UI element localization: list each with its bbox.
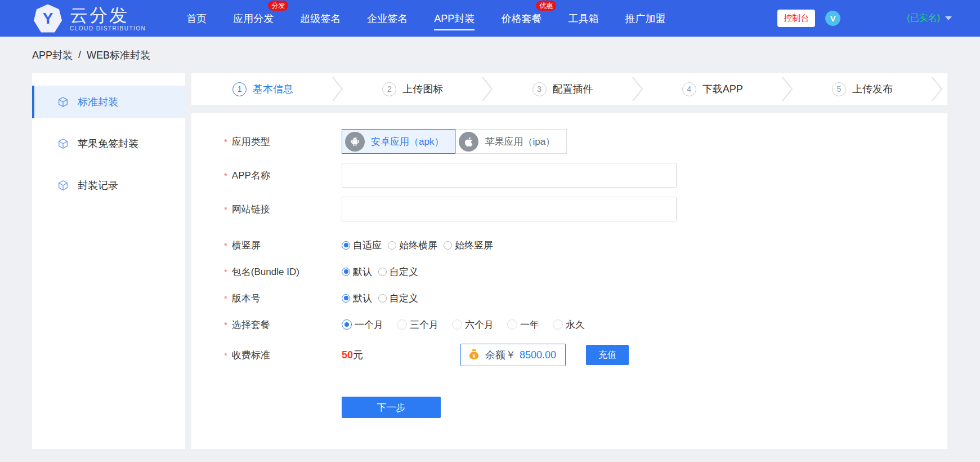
- required-asterisk: *: [224, 320, 227, 330]
- step-label: 上传图标: [402, 82, 443, 96]
- app-type-android-button[interactable]: 安卓应用（apk）: [342, 129, 455, 154]
- field-label: * 版本号: [224, 292, 342, 305]
- sidebar-item-standard-packaging[interactable]: 标准封装: [32, 86, 185, 118]
- avatar-letter: V: [830, 14, 836, 23]
- radio-selected-icon: [342, 241, 350, 250]
- step-configure-plugins[interactable]: 3 配置插件: [494, 82, 630, 96]
- recharge-button[interactable]: 充值: [586, 345, 629, 365]
- bundle-id-radio-custom[interactable]: 自定义: [378, 265, 418, 278]
- required-asterisk: *: [224, 137, 227, 146]
- brand-logo-icon: Y: [34, 5, 62, 33]
- form-row-app-name: * APP名称: [191, 163, 947, 188]
- breadcrumb: APP封装 / WEB标准封装: [0, 37, 980, 73]
- distribution-badge: 分发: [268, 1, 288, 11]
- nav-item-super-signature[interactable]: 超级签名: [300, 8, 341, 29]
- step-basic-info[interactable]: 1 基本信息: [195, 82, 331, 96]
- bundle-id-radio-default[interactable]: 默认: [342, 265, 372, 278]
- radio-icon: [507, 319, 517, 330]
- cube-icon: [57, 96, 69, 108]
- cube-icon: [57, 137, 69, 150]
- form-row-app-type: * 应用类型 安卓应用（apk） 苹果应用（ipa）: [191, 128, 947, 155]
- step-upload-publish[interactable]: 5 上传发布: [794, 82, 930, 96]
- price-value: 50元: [342, 348, 460, 362]
- plan-radio-one-year[interactable]: 一年: [507, 318, 539, 331]
- step-label: 下载APP: [702, 82, 743, 96]
- main-content: 1 基本信息 2 上传图标 3 配置插件 4 下载APP 5 上传发布 *: [191, 73, 947, 449]
- radio-icon: [444, 241, 452, 250]
- field-label: * 选择套餐: [224, 318, 342, 331]
- step-number: 1: [232, 82, 247, 96]
- radio-selected-icon: [342, 319, 352, 330]
- app-type-ios-label: 苹果应用（ipa）: [485, 135, 555, 148]
- sidebar-item-label: 标准封装: [78, 95, 118, 109]
- main-nav: 首页 应用分发分发 超级签名 企业签名 APP封装 价格套餐优惠 工具箱 推广加…: [186, 8, 665, 29]
- nav-item-app-distribution[interactable]: 应用分发分发: [233, 8, 274, 29]
- form-row-bundle-id: * 包名(Bundle ID) 默认 自定义: [191, 264, 947, 279]
- app-type-ios-button[interactable]: 苹果应用（ipa）: [455, 129, 567, 154]
- nav-item-pricing[interactable]: 价格套餐优惠: [501, 8, 542, 29]
- avatar[interactable]: V: [825, 11, 840, 26]
- steps-wizard: 1 基本信息 2 上传图标 3 配置插件 4 下载APP 5 上传发布: [191, 73, 947, 105]
- android-icon: [345, 132, 365, 152]
- form-row-plan: * 选择套餐 一个月 三个月 六个月 一年: [191, 317, 947, 332]
- nav-item-app-packaging[interactable]: APP封装: [434, 8, 475, 29]
- site-url-input[interactable]: [342, 197, 677, 221]
- account-status-dropdown[interactable]: (已实名): [907, 12, 952, 24]
- step-label: 上传发布: [852, 82, 893, 96]
- nav-item-toolbox[interactable]: 工具箱: [568, 8, 598, 29]
- sidebar-item-label: 苹果免签封装: [78, 137, 138, 150]
- version-radio-custom[interactable]: 自定义: [378, 292, 418, 305]
- breadcrumb-section[interactable]: APP封装: [32, 48, 73, 62]
- app-name-input[interactable]: [342, 163, 677, 188]
- balance-label: 余额￥: [485, 348, 516, 362]
- nav-item-enterprise-signature[interactable]: 企业签名: [367, 8, 408, 29]
- breadcrumb-separator: /: [78, 49, 81, 61]
- field-label: * 包名(Bundle ID): [224, 265, 342, 278]
- plan-radio-forever[interactable]: 永久: [553, 318, 585, 331]
- brand-name: 云分发: [70, 6, 146, 25]
- sidebar-item-apple-nosign-packaging[interactable]: 苹果免签封装: [32, 127, 185, 160]
- orientation-radio-always-portrait[interactable]: 始终竖屏: [444, 239, 493, 252]
- logo-letter: Y: [43, 10, 53, 28]
- brand-logo[interactable]: Y 云分发 CLOUD DISTRIBUTION: [34, 5, 146, 33]
- step-number: 3: [532, 82, 547, 96]
- step-chevron-icon: [481, 75, 494, 103]
- step-chevron-icon: [331, 75, 344, 103]
- step-number: 4: [682, 82, 696, 96]
- form-row-orientation: * 横竖屏 自适应 始终横屏 始终竖屏: [191, 238, 947, 252]
- radio-icon: [378, 294, 387, 303]
- step-upload-icon[interactable]: 2 上传图标: [344, 82, 481, 96]
- field-label: * 收费标准: [224, 349, 342, 362]
- step-download-app[interactable]: 4 下载APP: [645, 82, 781, 96]
- version-radio-default[interactable]: 默认: [342, 292, 372, 305]
- sidebar-item-label: 封装记录: [78, 179, 118, 192]
- step-number: 2: [382, 82, 396, 96]
- orientation-radio-adaptive[interactable]: 自适应: [342, 239, 382, 252]
- orientation-radio-always-landscape[interactable]: 始终横屏: [388, 239, 437, 252]
- field-label: * 横竖屏: [224, 239, 342, 252]
- required-asterisk: *: [224, 350, 227, 360]
- next-step-button[interactable]: 下一步: [342, 397, 441, 418]
- required-asterisk: *: [224, 171, 227, 180]
- nav-item-affiliate[interactable]: 推广加盟: [625, 8, 665, 29]
- step-chevron-icon: [781, 75, 794, 103]
- sidebar: 标准封装 苹果免签封装 封装记录: [32, 73, 185, 449]
- radio-selected-icon: [342, 294, 350, 303]
- radio-icon: [388, 241, 396, 250]
- radio-selected-icon: [342, 268, 350, 276]
- radio-icon: [553, 319, 563, 330]
- field-label: * 网站链接: [224, 203, 342, 216]
- discount-badge: 优惠: [536, 1, 556, 11]
- plan-radio-three-months[interactable]: 三个月: [397, 318, 438, 331]
- plan-radio-one-month[interactable]: 一个月: [342, 318, 383, 331]
- plan-radio-six-months[interactable]: 六个月: [452, 318, 494, 331]
- navbar-right: 控制台 V (已实名): [777, 10, 952, 27]
- step-label: 基本信息: [253, 82, 293, 96]
- top-navbar: Y 云分发 CLOUD DISTRIBUTION 首页 应用分发分发 超级签名 …: [0, 0, 980, 37]
- field-label: * APP名称: [224, 169, 342, 182]
- balance-amount: 8500.00: [520, 349, 556, 361]
- sidebar-item-packaging-records[interactable]: 封装记录: [32, 169, 185, 202]
- step-label: 配置插件: [553, 82, 593, 96]
- console-button[interactable]: 控制台: [777, 10, 815, 27]
- nav-item-home[interactable]: 首页: [186, 8, 207, 29]
